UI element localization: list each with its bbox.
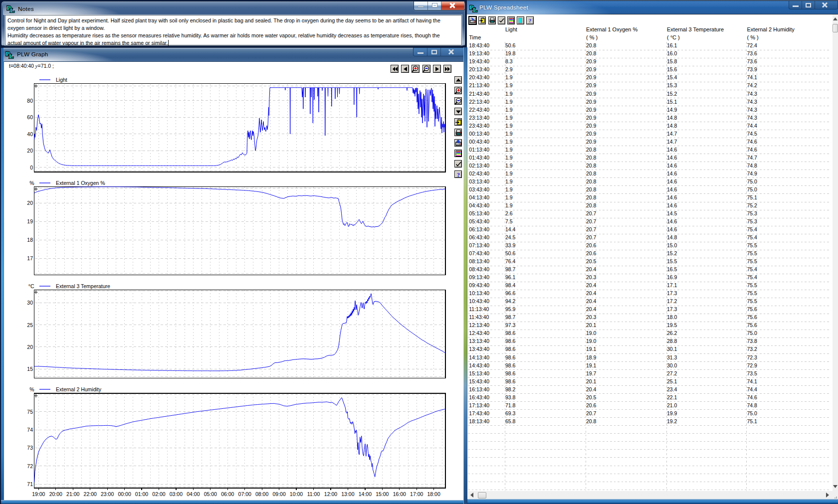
svg-text:20: 20 bbox=[27, 200, 33, 206]
svg-text:08:13:40: 08:13:40 bbox=[469, 258, 489, 264]
svg-text:23:13:40: 23:13:40 bbox=[469, 115, 489, 121]
svg-text:14.6: 14.6 bbox=[667, 178, 677, 184]
svg-text:75.0: 75.0 bbox=[747, 186, 758, 192]
svg-text:20.7: 20.7 bbox=[586, 226, 597, 232]
svg-text:11:00: 11:00 bbox=[307, 491, 320, 497]
svg-text:14.7: 14.7 bbox=[667, 139, 677, 145]
svg-text:21:43:40: 21:43:40 bbox=[469, 91, 489, 97]
svg-text:20.8: 20.8 bbox=[586, 155, 597, 161]
svg-text:08:43:40: 08:43:40 bbox=[469, 266, 489, 272]
svg-text:73.2: 73.2 bbox=[747, 346, 758, 352]
svg-text:74.4: 74.4 bbox=[747, 386, 758, 392]
svg-text:75.6: 75.6 bbox=[747, 322, 758, 328]
svg-text:2.6: 2.6 bbox=[505, 210, 513, 216]
svg-text:23:43:40: 23:43:40 bbox=[469, 123, 489, 129]
svg-text:74.3: 74.3 bbox=[747, 91, 758, 97]
svg-text:20:43:40: 20:43:40 bbox=[469, 74, 489, 80]
svg-text:93.8: 93.8 bbox=[505, 394, 516, 400]
svg-text:74.3: 74.3 bbox=[747, 115, 758, 121]
svg-text:72.9: 72.9 bbox=[747, 362, 758, 368]
svg-text:74.5: 74.5 bbox=[747, 131, 758, 137]
svg-text:02:13:40: 02:13:40 bbox=[469, 163, 489, 168]
svg-text:1.9: 1.9 bbox=[505, 170, 513, 176]
svg-text:14.6: 14.6 bbox=[667, 170, 677, 176]
svg-text:75.5: 75.5 bbox=[747, 290, 758, 296]
svg-text:1.9: 1.9 bbox=[505, 178, 513, 184]
svg-text:75.4: 75.4 bbox=[747, 274, 758, 280]
svg-text:L: L bbox=[9, 52, 13, 59]
svg-text:12:13:40: 12:13:40 bbox=[469, 322, 489, 328]
svg-text:%: % bbox=[29, 180, 34, 186]
svg-text:02:00: 02:00 bbox=[152, 491, 165, 497]
svg-text:14.6: 14.6 bbox=[667, 226, 677, 232]
svg-text:09:43:40: 09:43:40 bbox=[469, 282, 489, 288]
svg-text:15.6: 15.6 bbox=[667, 66, 677, 72]
svg-text:External 2 Humidity: External 2 Humidity bbox=[747, 26, 795, 32]
svg-text:20.4: 20.4 bbox=[586, 282, 597, 288]
svg-text:30.1: 30.1 bbox=[667, 346, 677, 352]
svg-text:74.6: 74.6 bbox=[747, 139, 758, 145]
svg-text:25: 25 bbox=[27, 322, 33, 328]
svg-text:75.5: 75.5 bbox=[747, 258, 758, 264]
svg-text:25.1: 25.1 bbox=[667, 378, 677, 384]
svg-text:21.0: 21.0 bbox=[667, 402, 677, 408]
svg-text:75.0: 75.0 bbox=[747, 410, 758, 416]
svg-text:20.8: 20.8 bbox=[586, 194, 597, 200]
svg-text:75.4: 75.4 bbox=[747, 266, 758, 272]
svg-text:18.0: 18.0 bbox=[667, 314, 677, 320]
svg-text:10:43:40: 10:43:40 bbox=[469, 298, 489, 304]
svg-text:20.4: 20.4 bbox=[586, 290, 597, 296]
svg-text:30.0: 30.0 bbox=[667, 362, 677, 368]
svg-text:72.3: 72.3 bbox=[747, 354, 758, 360]
svg-text:20:13:40: 20:13:40 bbox=[469, 66, 489, 72]
svg-text:18:00: 18:00 bbox=[427, 491, 440, 497]
svg-text:07:00: 07:00 bbox=[238, 491, 251, 497]
svg-text:13:00: 13:00 bbox=[341, 491, 354, 497]
svg-text:20.7: 20.7 bbox=[586, 234, 597, 240]
svg-text:19:13:40: 19:13:40 bbox=[469, 50, 489, 56]
svg-text:17:00: 17:00 bbox=[410, 491, 423, 497]
svg-text:73.6: 73.6 bbox=[747, 58, 758, 64]
svg-text:10:00: 10:00 bbox=[290, 491, 303, 497]
svg-text:20.9: 20.9 bbox=[586, 58, 597, 64]
svg-text:15:43:40: 15:43:40 bbox=[469, 378, 489, 384]
svg-text:14.7: 14.7 bbox=[667, 131, 677, 137]
svg-text:74.8: 74.8 bbox=[747, 163, 758, 168]
svg-text:27.2: 27.2 bbox=[667, 370, 677, 376]
svg-text:External 3 Temperature: External 3 Temperature bbox=[56, 283, 110, 289]
svg-text:20.8: 20.8 bbox=[586, 170, 597, 176]
svg-text:75.6: 75.6 bbox=[747, 314, 758, 320]
svg-text:20: 20 bbox=[27, 344, 33, 350]
svg-text:96.6: 96.6 bbox=[505, 290, 516, 296]
svg-text:15.2: 15.2 bbox=[667, 250, 677, 256]
svg-text:20.8: 20.8 bbox=[586, 163, 597, 168]
svg-text:19.8: 19.8 bbox=[505, 50, 516, 56]
svg-text:14.8: 14.8 bbox=[667, 115, 677, 121]
svg-text:74.2: 74.2 bbox=[747, 82, 758, 88]
svg-text:15.8: 15.8 bbox=[667, 58, 677, 64]
svg-text:( °C ): ( °C ) bbox=[667, 34, 680, 40]
svg-text:20.4: 20.4 bbox=[586, 266, 597, 272]
svg-text:19.0: 19.0 bbox=[586, 338, 597, 344]
svg-text:20.9: 20.9 bbox=[586, 74, 597, 80]
svg-text:73.6: 73.6 bbox=[747, 50, 758, 56]
svg-text:75.2: 75.2 bbox=[747, 202, 758, 208]
svg-text:01:00: 01:00 bbox=[135, 491, 148, 497]
svg-text:75.5: 75.5 bbox=[747, 250, 758, 256]
svg-text:30: 30 bbox=[27, 300, 33, 306]
svg-text:04:43:40: 04:43:40 bbox=[469, 202, 489, 208]
svg-text:External 3 Temperature: External 3 Temperature bbox=[667, 26, 724, 32]
svg-text:16.0: 16.0 bbox=[667, 50, 677, 56]
svg-text:98.6: 98.6 bbox=[505, 338, 516, 344]
svg-text:13:13:40: 13:13:40 bbox=[469, 338, 489, 344]
svg-text:75.5: 75.5 bbox=[747, 282, 758, 288]
svg-text:8.3: 8.3 bbox=[505, 58, 513, 64]
svg-text:External 1 Oxygen %: External 1 Oxygen % bbox=[56, 180, 105, 186]
svg-text:98.4: 98.4 bbox=[505, 282, 516, 288]
svg-text:98.7: 98.7 bbox=[505, 266, 516, 272]
svg-text:75.6: 75.6 bbox=[747, 306, 758, 312]
svg-text:20.4: 20.4 bbox=[586, 386, 597, 392]
svg-text:98.6: 98.6 bbox=[505, 354, 516, 360]
svg-text:20.6: 20.6 bbox=[586, 250, 597, 256]
svg-text:1.9: 1.9 bbox=[505, 74, 513, 80]
